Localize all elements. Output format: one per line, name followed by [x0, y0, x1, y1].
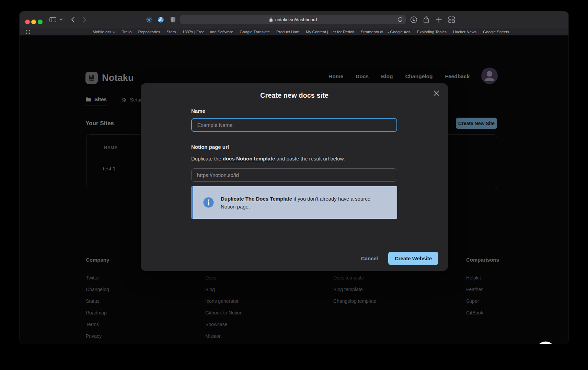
close-window-button[interactable]	[25, 20, 30, 24]
info-icon	[203, 197, 214, 208]
notion-url-label: Notion page url	[191, 144, 397, 150]
chevron-down-icon	[113, 31, 115, 33]
share-icon[interactable]	[422, 11, 430, 28]
bookmark-item[interactable]: 1337x | Free ... and Software	[182, 30, 233, 34]
info-callout: Duplicate The Docs Template if you don't…	[191, 186, 397, 219]
bookmark-item[interactable]: Strumento di ...- Google Ads	[361, 30, 410, 34]
bookmark-item[interactable]: Repositories	[138, 30, 160, 34]
bookmark-item[interactable]: Exploding Topics	[417, 30, 447, 34]
bookmark-item[interactable]: Google Translate	[240, 30, 270, 34]
modal-title: Create new docs site	[141, 92, 448, 99]
name-field[interactable]	[191, 118, 397, 132]
sidebar-toggle-icon[interactable]	[48, 11, 57, 28]
bookmark-item[interactable]: Product Hunt	[276, 30, 299, 34]
shield-extension-icon[interactable]	[169, 11, 177, 28]
frequently-visited-grid-icon[interactable]	[24, 30, 30, 34]
sidebar-menu-chevron-icon[interactable]	[59, 11, 64, 28]
bookmarks-bar: Mobile css Trello Repositories Stars 133…	[20, 28, 568, 35]
extension-flower-icon[interactable]	[157, 11, 164, 28]
cancel-button[interactable]: Cancel	[361, 255, 378, 261]
duplicate-template-link[interactable]: Duplicate The Docs Template	[221, 196, 292, 202]
bookmark-item[interactable]: Google Sheets	[483, 30, 509, 34]
downloads-icon[interactable]	[410, 11, 418, 28]
minimize-window-button[interactable]	[31, 20, 36, 24]
back-button[interactable]	[69, 11, 76, 28]
forward-button[interactable]	[81, 11, 88, 28]
name-input[interactable]	[192, 119, 396, 131]
docs-notion-template-link[interactable]: docs Notion template	[223, 156, 275, 162]
reload-icon[interactable]	[397, 16, 403, 22]
bookmark-item[interactable]: Hacker News	[453, 30, 476, 34]
info-text: Duplicate The Docs Template if you don't…	[221, 195, 376, 211]
new-tab-icon[interactable]	[435, 11, 443, 28]
lock-icon	[269, 17, 273, 22]
modal-actions: Cancel Create Website	[361, 252, 438, 265]
helper-text: Duplicate the docs Notion template and p…	[191, 156, 397, 162]
browser-window: notaku.so/dashboard Mobile css Tre	[20, 11, 568, 344]
text-caret	[197, 122, 197, 128]
notion-url-field[interactable]	[191, 168, 397, 182]
address-bar[interactable]: notaku.so/dashboard	[180, 15, 406, 24]
url-text: notaku.so/dashboard	[275, 17, 317, 22]
browser-toolbar: notaku.so/dashboard	[20, 11, 568, 28]
create-docs-site-modal: Create new docs site Name Notion page ur…	[141, 83, 448, 271]
bookmark-item[interactable]: Trello	[122, 30, 131, 34]
notion-url-input[interactable]	[192, 169, 397, 181]
page-content: Notaku Home Docs Blog Changelog Feedback…	[20, 36, 568, 344]
name-label: Name	[191, 108, 397, 114]
zoom-window-button[interactable]	[38, 20, 43, 24]
bookmark-item[interactable]: My Content | ...er for Reddit	[306, 30, 354, 34]
create-website-button[interactable]: Create Website	[388, 252, 438, 265]
bookmark-item[interactable]: Stars	[166, 30, 176, 34]
bookmark-folder-mobile-css[interactable]: Mobile css	[93, 30, 115, 34]
extension-sun-icon[interactable]	[145, 11, 153, 28]
tab-overview-icon[interactable]	[447, 11, 456, 28]
